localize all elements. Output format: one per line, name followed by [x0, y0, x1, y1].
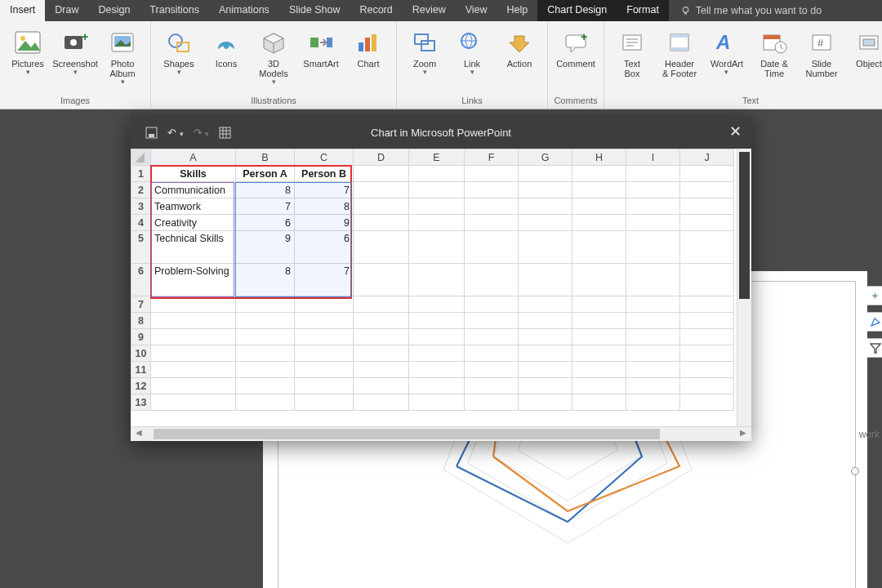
resize-handle[interactable] — [851, 467, 859, 475]
col-header[interactable]: C — [295, 149, 354, 166]
tab-insert[interactable]: Insert — [0, 0, 45, 21]
cell[interactable]: Technical Skills — [151, 231, 236, 264]
cell[interactable]: 8 — [295, 198, 354, 215]
table-row[interactable]: 1 Skills Person A Person B — [131, 166, 734, 182]
wordart-button[interactable]: A WordArt▾ — [704, 24, 750, 82]
icons-button[interactable]: Icons — [203, 24, 249, 87]
cell[interactable]: Creativity — [151, 215, 236, 231]
shapes-button[interactable]: Shapes▾ — [156, 24, 202, 87]
cell[interactable]: 6 — [295, 231, 354, 264]
cell[interactable]: 7 — [236, 198, 295, 215]
chart-button[interactable]: Chart — [345, 24, 391, 87]
table-row[interactable]: 13 — [131, 394, 734, 411]
col-header[interactable]: D — [354, 149, 409, 166]
cell[interactable]: 9 — [295, 215, 354, 231]
chart-elements-button[interactable]: ＋ — [867, 286, 882, 305]
table-row[interactable]: 8 — [131, 313, 734, 329]
link-button[interactable]: Link▾ — [449, 24, 495, 82]
comment-button[interactable]: + Comment — [553, 24, 599, 82]
chart-styles-button[interactable] — [867, 312, 882, 332]
slide-number-label: Slide Number — [805, 59, 837, 78]
cell[interactable]: Problem-Solving — [151, 264, 236, 296]
cell[interactable]: 8 — [236, 182, 295, 198]
photo-album-button[interactable]: Photo Album▾ — [100, 24, 145, 87]
cell[interactable]: Skills — [151, 166, 236, 182]
redo-icon[interactable]: ↷ ▾ — [194, 127, 210, 139]
datasheet-titlebar[interactable]: ↶ ▾ ↷ ▾ Chart in Microsoft PowerPoint ✕ — [131, 116, 751, 149]
pictures-button[interactable]: Pictures▾ — [5, 24, 51, 87]
table-row[interactable]: 7 — [131, 296, 734, 313]
slide-number-button[interactable]: # Slide Number — [799, 24, 844, 82]
cell[interactable]: 8 — [236, 264, 295, 296]
table-row[interactable]: 9 — [131, 329, 734, 345]
table-row[interactable]: 2 Communication 8 7 — [131, 182, 734, 198]
tab-review[interactable]: Review — [403, 0, 456, 21]
column-header-row[interactable]: A B C D E F G H I J — [131, 149, 734, 166]
scrollbar-thumb[interactable] — [739, 152, 750, 299]
horizontal-scrollbar[interactable]: ◀ ▶ — [131, 426, 751, 441]
date-time-button[interactable]: Date & Time — [751, 24, 797, 82]
ribbon-tabstrip: Insert Draw Design Transitions Animation… — [0, 0, 882, 21]
tab-record[interactable]: Record — [350, 0, 402, 21]
tab-view[interactable]: View — [456, 0, 497, 21]
undo-icon[interactable]: ↶ ▾ — [167, 127, 184, 139]
cell[interactable]: Person A — [236, 166, 295, 182]
object-button[interactable]: Object — [846, 24, 882, 82]
cell[interactable]: 6 — [236, 215, 295, 231]
col-header[interactable]: E — [409, 149, 465, 166]
save-icon[interactable] — [145, 127, 158, 139]
chart-datasheet-window[interactable]: ↶ ▾ ↷ ▾ Chart in Microsoft PowerPoint ✕ … — [131, 116, 751, 441]
tab-draw[interactable]: Draw — [45, 0, 88, 21]
table-row[interactable]: 10 — [131, 345, 734, 362]
tab-help[interactable]: Help — [497, 0, 538, 21]
photo-album-icon — [108, 28, 137, 57]
table-row[interactable]: 11 — [131, 362, 734, 378]
action-button[interactable]: Action — [497, 24, 542, 82]
tab-design[interactable]: Design — [88, 0, 140, 21]
col-header[interactable]: H — [572, 149, 626, 166]
col-header[interactable]: F — [465, 149, 519, 166]
cell[interactable]: 9 — [236, 231, 295, 264]
vertical-scrollbar[interactable] — [737, 149, 751, 426]
scrollbar-thumb[interactable] — [154, 429, 660, 439]
text-box-button[interactable]: Text Box — [609, 24, 655, 82]
col-header[interactable]: J — [680, 149, 734, 166]
slide-number-icon: # — [807, 28, 836, 57]
comment-icon: + — [561, 28, 590, 57]
photo-album-label: Photo Album — [109, 59, 135, 78]
tab-chart-design[interactable]: Chart Design — [537, 0, 617, 21]
tab-transitions[interactable]: Transitions — [140, 0, 209, 21]
tab-slideshow[interactable]: Slide Show — [279, 0, 350, 21]
header-footer-button[interactable]: Header & Footer — [657, 24, 702, 82]
cell[interactable]: Communication — [151, 182, 236, 198]
cell[interactable]: 7 — [295, 264, 354, 296]
table-row[interactable]: 12 — [131, 378, 734, 394]
cell[interactable]: Person B — [295, 166, 354, 182]
svg-rect-30 — [764, 35, 780, 39]
table-row[interactable]: 5 Technical Skills 9 6 — [131, 231, 734, 264]
svg-rect-35 — [863, 39, 875, 46]
table-row[interactable]: 6 Problem-Solving 8 7 — [131, 264, 734, 296]
screenshot-button[interactable]: + Screenshot▾ — [52, 24, 98, 87]
col-header[interactable]: G — [519, 149, 572, 166]
tab-format[interactable]: Format — [617, 0, 669, 21]
smartart-button[interactable]: SmartArt — [298, 24, 344, 87]
zoom-button[interactable]: Zoom▾ — [402, 24, 448, 82]
row-header[interactable]: 1 — [131, 166, 151, 182]
cell[interactable]: 7 — [295, 182, 354, 198]
cell[interactable]: Teamwork — [151, 198, 236, 215]
select-all-cell[interactable] — [131, 149, 151, 166]
table-row[interactable]: 4 Creativity 6 9 — [131, 215, 734, 231]
spreadsheet-grid[interactable]: A B C D E F G H I J 1 Skills Person A Pe… — [131, 149, 737, 411]
col-header[interactable]: B — [236, 149, 295, 166]
tell-me-search[interactable]: Tell me what you want to do — [669, 0, 822, 21]
close-icon[interactable]: ✕ — [729, 122, 742, 140]
chart-filters-button[interactable] — [867, 338, 882, 358]
table-row[interactable]: 3 Teamwork 7 8 — [131, 198, 734, 215]
col-header[interactable]: I — [626, 149, 680, 166]
col-header[interactable]: A — [151, 149, 236, 166]
edit-data-icon[interactable] — [219, 127, 231, 139]
3d-models-button[interactable]: 3D Models▾ — [251, 24, 296, 87]
svg-rect-11 — [310, 38, 318, 47]
tab-animations[interactable]: Animations — [209, 0, 279, 21]
